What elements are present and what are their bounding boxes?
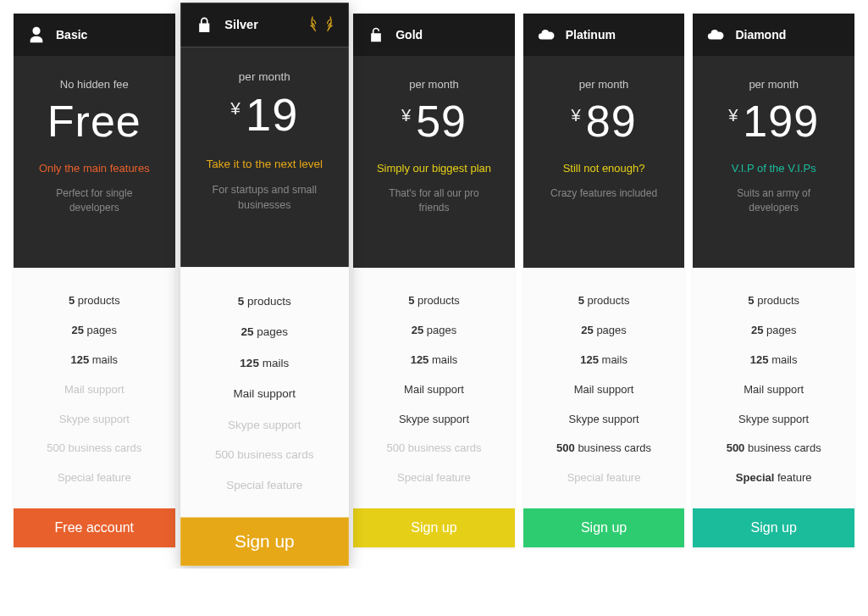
feature-text: pages <box>253 325 288 339</box>
feature-item: 5 products <box>699 286 848 316</box>
pricing-table: BasicNo hidden feeFreeOnly the main feat… <box>14 14 854 555</box>
price-label: per month <box>749 78 799 91</box>
feature-text: Skype support <box>738 413 809 425</box>
price: Free <box>47 99 141 143</box>
price-amount: 89 <box>586 99 637 143</box>
feature-text: business cards <box>575 441 651 454</box>
currency-symbol: ¥ <box>572 106 581 125</box>
feature-text: pages <box>84 324 117 336</box>
feature-item: 5 products <box>360 286 508 316</box>
feature-text: feature <box>774 471 811 484</box>
feature-item: Special feature <box>360 463 508 493</box>
signup-button[interactable]: Sign up <box>693 508 854 547</box>
plan-diamond: Diamondper month¥199V.I.P of the V.I.PsS… <box>693 14 854 547</box>
feature-item: 500 business cards <box>187 441 341 471</box>
plan-tagline: Still not enough? <box>563 162 645 175</box>
feature-item: Skype support <box>699 405 848 435</box>
feature-item: 500 business cards <box>530 434 678 463</box>
feature-item: 5 products <box>187 286 341 317</box>
signup-button[interactable]: Free account <box>14 508 175 547</box>
feature-value: 5 <box>237 294 244 308</box>
feature-item: Special feature <box>187 471 341 502</box>
plan-header: Platinum <box>523 14 685 56</box>
feature-item: Mail support <box>699 375 848 405</box>
feature-value: 25 <box>412 324 423 336</box>
signup-button[interactable]: Sign up <box>180 518 348 566</box>
feature-value: 125 <box>750 353 769 366</box>
cloud-icon <box>537 25 556 44</box>
feature-item: 125 mails <box>187 348 341 379</box>
plan-hero: per month¥199V.I.P of the V.I.PsSuits an… <box>693 56 854 268</box>
feature-text: Skype support <box>399 413 469 425</box>
feature-text: mails <box>89 353 118 366</box>
cloud-icon <box>706 25 725 44</box>
feature-item: Special feature <box>699 463 848 493</box>
signup-button[interactable]: Sign up <box>353 508 515 547</box>
feature-item: Mail support <box>20 375 169 405</box>
plan-subtext: For startups and small businesses <box>202 182 326 212</box>
price: ¥59 <box>401 99 467 143</box>
feature-item: 125 mails <box>699 346 848 375</box>
feature-value: 125 <box>411 353 429 366</box>
plan-features: 5 products25 pages125 mailsMail supportS… <box>14 268 175 508</box>
feature-item: 125 mails <box>530 346 678 375</box>
plan-tagline: Simply our biggest plan <box>377 162 491 175</box>
price-amount: 59 <box>416 99 467 143</box>
laurel-icon <box>306 15 335 36</box>
plan-hero: No hidden feeFreeOnly the main featuresP… <box>14 56 175 268</box>
plan-header: Diamond <box>693 14 854 56</box>
feature-item: Skype support <box>187 409 341 440</box>
plan-header: Silver <box>180 3 348 47</box>
feature-value: 25 <box>240 325 253 339</box>
plan-subtext: Perfect for single developers <box>35 186 153 215</box>
plan-features: 5 products25 pages125 mailsMail supportS… <box>180 267 348 518</box>
feature-value: 5 <box>578 294 584 307</box>
feature-value: 125 <box>70 353 89 366</box>
price-label: per month <box>579 78 629 91</box>
feature-text: 500 business cards <box>215 448 313 462</box>
plan-subtext: Suits an army of developers <box>715 186 833 215</box>
feature-item: 125 mails <box>360 346 508 375</box>
feature-text: mails <box>259 356 289 369</box>
price-amount: Free <box>47 99 141 143</box>
plan-features: 5 products25 pages125 mailsMail supportS… <box>353 268 515 508</box>
feature-value: 125 <box>580 353 599 366</box>
plan-hero: per month¥19Take it to the next levelFor… <box>180 47 348 267</box>
feature-text: 500 business cards <box>386 441 481 454</box>
feature-item: Skype support <box>360 405 508 435</box>
plan-basic: BasicNo hidden feeFreeOnly the main feat… <box>14 14 175 547</box>
plan-header: Gold <box>353 14 515 56</box>
feature-item: 25 pages <box>360 316 508 346</box>
feature-item: Mail support <box>530 375 678 405</box>
feature-value: 5 <box>748 294 754 307</box>
feature-text: mails <box>769 353 798 366</box>
feature-text: pages <box>423 324 456 336</box>
plan-tagline: Only the main features <box>39 162 150 175</box>
signup-button[interactable]: Sign up <box>523 508 685 547</box>
feature-text: Skype support <box>228 418 301 431</box>
plan-hero: per month¥59Simply our biggest planThat'… <box>353 56 515 268</box>
feature-value: 500 <box>727 441 745 454</box>
price-amount: 199 <box>743 99 819 143</box>
feature-text: business cards <box>744 441 821 454</box>
plan-silver: Silverper month¥19Take it to the next le… <box>180 3 348 566</box>
price: ¥199 <box>728 99 819 143</box>
price: ¥19 <box>230 92 298 137</box>
plan-title: Platinum <box>566 28 616 42</box>
feature-item: Mail support <box>187 379 341 409</box>
currency-symbol: ¥ <box>728 106 738 125</box>
price-label: No hidden fee <box>60 78 129 91</box>
feature-item: 25 pages <box>187 317 341 347</box>
price: ¥89 <box>572 99 637 143</box>
feature-text: Skype support <box>569 413 639 425</box>
feature-text: products <box>584 294 629 307</box>
feature-text: products <box>755 294 799 307</box>
feature-text: Skype support <box>59 413 130 425</box>
feature-text: mails <box>428 353 457 366</box>
plan-tagline: V.I.P of the V.I.Ps <box>732 162 816 175</box>
person-icon <box>27 25 46 44</box>
feature-item: Skype support <box>530 405 678 435</box>
feature-item: 25 pages <box>530 316 678 346</box>
plan-title: Diamond <box>735 28 786 42</box>
feature-item: 5 products <box>20 286 169 316</box>
